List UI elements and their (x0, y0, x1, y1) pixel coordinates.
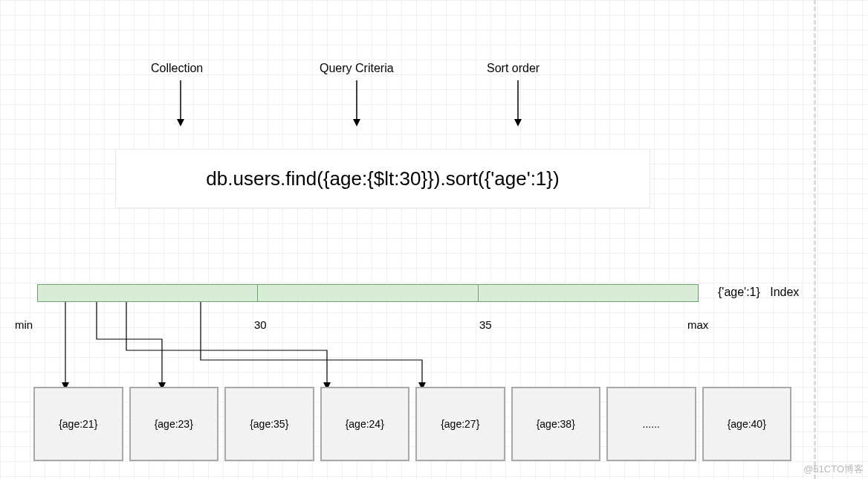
svg-marker-3 (353, 119, 360, 126)
doc-box: {age:21} (33, 387, 123, 461)
index-segment-2 (258, 284, 478, 302)
doc-box: ...... (606, 387, 696, 461)
index-segment-3 (479, 284, 699, 302)
doc-box: {age:38} (511, 387, 601, 461)
doc-box: {age:40} (702, 387, 792, 461)
doc-box: {age:23} (129, 387, 219, 461)
doc-box: {age:24} (320, 387, 410, 461)
label-collection: Collection (151, 62, 203, 75)
tick-min: min (15, 318, 33, 331)
label-sort-order: Sort order (487, 62, 540, 75)
index-spec: {'age':1} (718, 286, 760, 298)
svg-marker-1 (177, 119, 184, 126)
connector-4 (193, 302, 461, 391)
doc-box: {age:35} (224, 387, 314, 461)
connector-1 (37, 302, 89, 391)
arrow-collection (173, 80, 188, 126)
index-segment-1 (37, 284, 258, 302)
document-row: {age:21} {age:23} {age:35} {age:24} {age… (33, 387, 791, 461)
doc-box: {age:27} (415, 387, 505, 461)
label-query-criteria: Query Criteria (320, 62, 394, 75)
arrow-query-criteria (349, 80, 364, 126)
page-divider-dashed (814, 0, 816, 479)
query-text: db.users.find({age:{$lt:30}}).sort({'age… (206, 167, 559, 190)
index-bar (37, 284, 699, 302)
watermark: @51CTO博客 (803, 463, 864, 476)
index-label: {'age':1} Index (718, 286, 799, 299)
tick-35: 35 (479, 318, 492, 331)
arrow-sort-order (511, 80, 525, 126)
svg-marker-5 (514, 119, 522, 126)
index-word: Index (770, 286, 799, 298)
tick-max: max (687, 318, 708, 331)
query-box: db.users.find({age:{$lt:30}}).sort({'age… (115, 149, 650, 208)
